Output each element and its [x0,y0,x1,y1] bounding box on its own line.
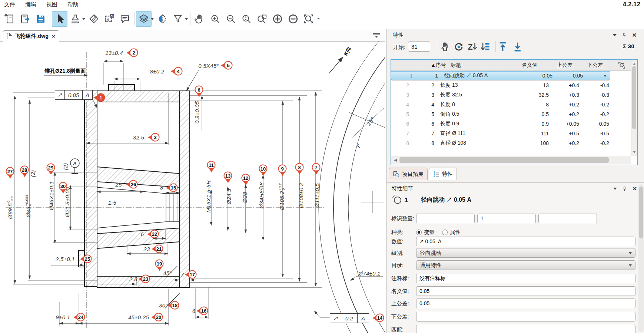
tab-characteristics[interactable]: 特性 [429,168,457,180]
balloon-style-icon[interactable] [618,62,625,69]
collapse-toolbar-arrow[interactable] [316,18,319,20]
balloon-16[interactable]: 16 [197,307,208,315]
radio-attribute[interactable]: 属性 [442,229,461,236]
balloon-25[interactable]: 25 [80,255,92,263]
balloon-12[interactable]: 12 [242,174,250,185]
table-row[interactable]: 55倒角 0.50.5+0.2-0.2 [391,109,637,119]
id-count-input-2[interactable] [477,214,536,223]
table-row[interactable]: 22长度 1313+0.4-0.4 [391,80,637,90]
zoom-out-button[interactable] [223,11,239,27]
col-seq[interactable]: ▲序号 [415,62,448,69]
move-bottom-icon[interactable] [512,41,524,52]
id-count-input-1[interactable] [416,214,475,223]
pan-hand-button[interactable] [192,11,208,27]
stamp-balloon-button[interactable] [67,11,83,27]
hscroll-thumb[interactable] [399,157,609,163]
renumber-icon[interactable] [453,41,464,52]
layers-dropdown-caret[interactable] [151,18,154,22]
zoom-window-button[interactable] [254,11,270,27]
balloon-28[interactable]: 28 [20,166,29,177]
panel-dropdown-icon[interactable] [613,34,617,38]
panel-pin-icon[interactable] [622,186,627,192]
zoom-extents-button[interactable] [301,11,316,27]
menu-item-视图[interactable]: 视图 [46,1,57,9]
start-input[interactable] [408,42,430,52]
menu-item-编辑[interactable]: 编辑 [25,1,36,9]
characteristics-table[interactable]: ▲序号 标题 名义值 上公差 下公差 11径向跳动 ↗ 0.05 A0.050.… [391,59,638,165]
zoom-selection-button[interactable] [239,11,254,27]
balloon-8[interactable]: 8 [295,163,304,175]
col-nominal[interactable]: 名义值 [518,62,553,69]
table-row[interactable]: 11径向跳动 ↗ 0.05 A0.050.05 [391,71,610,80]
select-cursor-button[interactable] [52,11,67,27]
balloon-9[interactable]: 9 [278,165,287,176]
new-document-button[interactable] [2,11,17,27]
scroll-thumb[interactable] [639,187,643,238]
table-row[interactable]: 77直径 Ø 111111+0.5-0.5 [391,129,637,138]
panel-pin-icon[interactable] [621,33,627,38]
balloon-11[interactable]: 11 [207,161,216,172]
balloon-6[interactable]: 6 [195,86,203,97]
table-horizontal-scrollbar[interactable]: ◀ [391,156,631,164]
tab-list-menu-icon[interactable] [373,32,380,39]
balloon-17[interactable]: 17 [185,270,197,279]
drawing-canvas[interactable]: .part{fill:url(#hatch);stroke:#1f1f1f;st… [0,42,385,333]
match-input[interactable] [416,325,635,333]
menu-item-帮助[interactable]: 帮助 [67,1,79,9]
tag-button[interactable] [86,11,102,27]
balloon-18[interactable]: 18 [168,301,179,310]
sort-list-icon[interactable] [480,41,491,52]
menu-item-文件[interactable]: 文件 [4,1,15,9]
catalog-select[interactable]: 通用特性 [416,260,635,270]
save-button[interactable] [33,11,49,27]
value-input[interactable] [416,237,635,246]
balloon-3[interactable]: 3 [148,133,160,142]
scroll-thumb[interactable] [632,66,636,129]
panel-close-icon[interactable]: ✕ [632,185,637,192]
radio-variable[interactable]: 变量 [416,229,435,236]
filter-dropdown-caret[interactable] [185,18,188,22]
balloon-20[interactable]: 20 [152,313,163,322]
balloon-27[interactable]: 27 [6,167,14,179]
capture-region-button[interactable]: A1 [102,11,117,27]
balloon-30[interactable]: 30 [59,182,67,194]
balloon-23[interactable]: 23 [139,275,150,283]
filter-button[interactable] [170,11,186,27]
tab-close-icon[interactable]: × [52,33,55,39]
col-upper[interactable]: 上公差 [553,62,584,69]
panel-close-icon[interactable]: ✕ [632,32,637,39]
sort-z-icon[interactable]: Z [467,41,478,52]
table-row[interactable]: 44长度 88+0.2-0.2 [391,100,637,109]
scroll-up-arrow[interactable] [633,62,636,65]
balloon-7[interactable]: 7 [312,163,321,175]
stamp-dropdown-caret[interactable] [82,18,85,22]
move-top-icon[interactable] [498,41,509,52]
pick-balloon-icon[interactable] [439,41,450,52]
balloon-19[interactable]: 19 [155,260,164,271]
col-lower[interactable]: 下公差 [584,62,614,69]
table-row[interactable]: 33长度 32.532.5+0.3-0.3 [391,90,637,100]
scroll-down-arrow[interactable] [633,151,636,155]
tab-project-expand[interactable]: 项目拓展 [389,168,428,180]
decrease-button[interactable] [285,11,301,27]
open-document-button[interactable] [17,11,33,27]
note-input[interactable] [416,274,635,283]
detail-vertical-scrollbar[interactable] [638,184,644,332]
level-select[interactable]: 径向跳动 [416,248,635,258]
zoom-in-button[interactable] [208,11,223,27]
balloon-29[interactable]: 29 [47,164,55,175]
id-count-input-3[interactable] [538,214,597,223]
scroll-left-arrow[interactable]: ◀ [391,156,399,164]
layers-button[interactable] [136,11,152,27]
balloon-14[interactable]: 14 [373,314,384,322]
increase-button[interactable] [270,11,285,27]
lower-tolerance-input[interactable] [416,312,635,322]
nominal-input[interactable] [416,286,635,296]
balloon-4[interactable]: 4 [171,67,183,76]
panel-dropdown-icon[interactable] [613,188,617,192]
balloon-26[interactable]: 26 [126,180,138,189]
balloon-10[interactable]: 10 [259,165,268,176]
balloon-15[interactable]: 15 [166,184,178,192]
mirror-button[interactable] [155,11,170,27]
col-title[interactable]: 标题 [448,62,518,69]
